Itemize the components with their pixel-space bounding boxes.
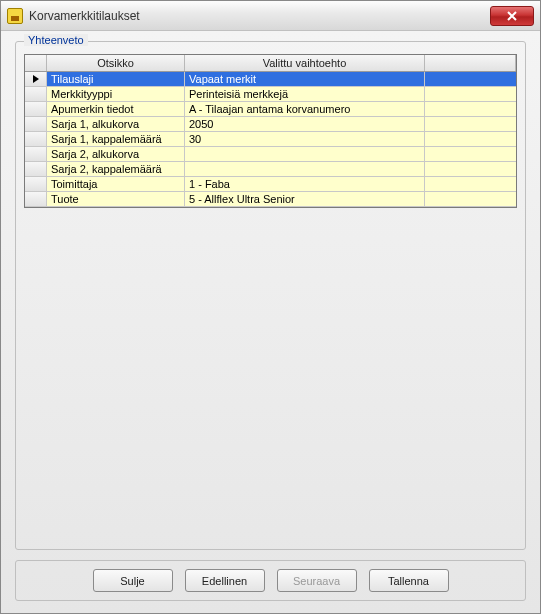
cell-blank	[425, 192, 516, 207]
cell-value: A - Tilaajan antama korvanumero	[185, 102, 425, 117]
summary-grid[interactable]: Otsikko Valittu vaihtoehto TilauslajiVap…	[24, 54, 517, 208]
summary-groupbox: Yhteenveto Otsikko Valittu vaihtoehto Ti…	[15, 41, 526, 550]
button-bar: Sulje Edellinen Seuraava Tallenna	[15, 560, 526, 601]
cell-value: 30	[185, 132, 425, 147]
next-button: Seuraava	[277, 569, 357, 592]
row-marker	[25, 132, 47, 147]
table-row[interactable]: Sarja 1, kappalemäärä30	[25, 132, 516, 147]
row-marker	[25, 72, 47, 87]
cell-label: Toimittaja	[47, 177, 185, 192]
grid-header: Otsikko Valittu vaihtoehto	[25, 55, 516, 72]
column-header-valittu[interactable]: Valittu vaihtoehto	[185, 55, 425, 71]
table-row[interactable]: TilauslajiVapaat merkit	[25, 72, 516, 87]
cell-blank	[425, 102, 516, 117]
cell-value: 5 - Allflex Ultra Senior	[185, 192, 425, 207]
cell-blank	[425, 87, 516, 102]
row-marker	[25, 87, 47, 102]
table-row[interactable]: Sarja 2, kappalemäärä	[25, 162, 516, 177]
app-icon	[7, 8, 23, 24]
previous-button[interactable]: Edellinen	[185, 569, 265, 592]
cell-label: Sarja 1, alkukorva	[47, 117, 185, 132]
grid-body: TilauslajiVapaat merkitMerkkityyppiPerin…	[25, 72, 516, 207]
window: Korvamerkkitilaukset Yhteenveto Otsikko …	[0, 0, 541, 614]
current-row-icon	[32, 74, 40, 84]
row-marker	[25, 102, 47, 117]
cell-value	[185, 162, 425, 177]
cell-label: Tilauslaji	[47, 72, 185, 87]
row-marker	[25, 192, 47, 207]
table-row[interactable]: Toimittaja1 - Faba	[25, 177, 516, 192]
table-row[interactable]: Sarja 2, alkukorva	[25, 147, 516, 162]
table-row[interactable]: Tuote5 - Allflex Ultra Senior	[25, 192, 516, 207]
table-row[interactable]: Sarja 1, alkukorva2050	[25, 117, 516, 132]
close-button[interactable]: Sulje	[93, 569, 173, 592]
cell-blank	[425, 132, 516, 147]
cell-label: Sarja 2, alkukorva	[47, 147, 185, 162]
cell-value: Perinteisiä merkkejä	[185, 87, 425, 102]
save-button[interactable]: Tallenna	[369, 569, 449, 592]
cell-label: Sarja 2, kappalemäärä	[47, 162, 185, 177]
cell-label: Merkkityyppi	[47, 87, 185, 102]
column-header-otsikko[interactable]: Otsikko	[47, 55, 185, 71]
cell-label: Apumerkin tiedot	[47, 102, 185, 117]
row-marker	[25, 117, 47, 132]
cell-blank	[425, 177, 516, 192]
cell-value: 2050	[185, 117, 425, 132]
column-header-blank	[425, 55, 516, 71]
cell-label: Sarja 1, kappalemäärä	[47, 132, 185, 147]
cell-blank	[425, 117, 516, 132]
table-row[interactable]: Apumerkin tiedotA - Tilaajan antama korv…	[25, 102, 516, 117]
close-window-button[interactable]	[490, 6, 534, 26]
client-area: Yhteenveto Otsikko Valittu vaihtoehto Ti…	[1, 31, 540, 613]
cell-label: Tuote	[47, 192, 185, 207]
groupbox-label: Yhteenveto	[24, 34, 88, 46]
window-title: Korvamerkkitilaukset	[29, 9, 490, 23]
cell-value	[185, 147, 425, 162]
cell-blank	[425, 162, 516, 177]
cell-value: 1 - Faba	[185, 177, 425, 192]
table-row[interactable]: MerkkityyppiPerinteisiä merkkejä	[25, 87, 516, 102]
row-marker	[25, 177, 47, 192]
close-icon	[507, 11, 517, 21]
row-marker-header	[25, 55, 47, 71]
row-marker	[25, 162, 47, 177]
cell-value: Vapaat merkit	[185, 72, 425, 87]
cell-blank	[425, 147, 516, 162]
row-marker	[25, 147, 47, 162]
titlebar: Korvamerkkitilaukset	[1, 1, 540, 31]
cell-blank	[425, 72, 516, 87]
